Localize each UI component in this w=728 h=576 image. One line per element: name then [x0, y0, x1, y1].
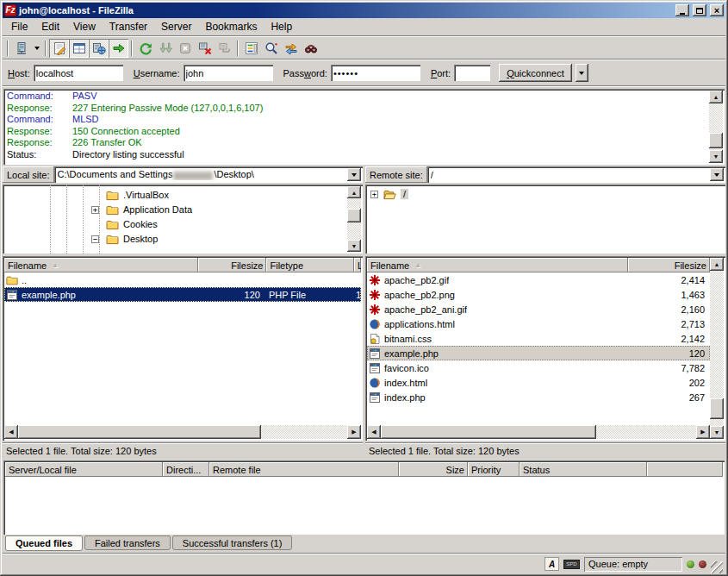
- tree-item-application-data[interactable]: + Application Data: [3, 203, 347, 218]
- sync-browsing-icon: [284, 41, 298, 55]
- chevron-down-icon: [714, 173, 719, 179]
- password-input[interactable]: [331, 65, 420, 81]
- remote-site-dropdown-button[interactable]: [710, 168, 724, 181]
- chevron-down-icon: [352, 173, 357, 179]
- process-queue-button[interactable]: [155, 39, 175, 58]
- toggle-transfer-queue-button[interactable]: [109, 39, 128, 58]
- statusbar: A SPD Queue: empty: [3, 553, 725, 573]
- column-header-filename[interactable]: Filename▲: [4, 258, 198, 272]
- tab-successful-transfers[interactable]: Successful transfers (1): [172, 535, 293, 550]
- log-scrollbar[interactable]: ▲ ▼: [709, 91, 723, 163]
- menu-bookmarks[interactable]: Bookmarks: [198, 19, 264, 34]
- reconnect-button[interactable]: [215, 39, 234, 58]
- speed-limits-icon[interactable]: SPD: [563, 560, 580, 569]
- scroll-down-button[interactable]: ▼: [347, 240, 361, 252]
- menu-edit[interactable]: Edit: [34, 19, 66, 34]
- directory-listing-filters-button[interactable]: [241, 39, 261, 58]
- scroll-thumb[interactable]: [18, 425, 261, 439]
- site-manager-button[interactable]: [11, 39, 31, 58]
- minimize-button[interactable]: [675, 4, 689, 16]
- tab-queued-files[interactable]: Queued files: [5, 535, 83, 551]
- tree-item-desktop[interactable]: − Desktop: [3, 233, 347, 247]
- maximize-button[interactable]: [693, 4, 706, 16]
- column-header-filename[interactable]: Filename▲: [367, 258, 628, 272]
- scroll-right-button[interactable]: ▶: [347, 425, 361, 439]
- table-row-parent-dir[interactable]: ..: [4, 272, 361, 287]
- toggle-local-tree-button[interactable]: [69, 39, 89, 58]
- toggle-remote-tree-button[interactable]: [89, 39, 109, 58]
- close-button[interactable]: ×: [710, 4, 724, 16]
- remote-list-vscrollbar[interactable]: ▲ ▼: [710, 258, 724, 439]
- menu-file[interactable]: File: [4, 19, 34, 34]
- scroll-up-button[interactable]: ▲: [709, 91, 723, 103]
- scroll-up-button[interactable]: ▲: [710, 258, 724, 271]
- tree-expand-toggle[interactable]: +: [91, 206, 99, 214]
- scroll-left-button[interactable]: ◀: [367, 425, 381, 439]
- queue-header: Server/Local file Directi... Remote file…: [5, 462, 723, 477]
- table-row[interactable]: index.php 267: [367, 390, 710, 404]
- scroll-thumb[interactable]: [381, 425, 596, 439]
- local-site-combobox[interactable]: C:\Documents and Settings\Desktop\: [54, 166, 363, 183]
- column-header-status[interactable]: Status: [520, 462, 647, 477]
- username-input[interactable]: [184, 65, 273, 81]
- menu-transfer[interactable]: Transfer: [103, 19, 154, 34]
- scroll-thumb[interactable]: [710, 398, 724, 419]
- menu-help[interactable]: Help: [264, 19, 299, 34]
- table-row-example-php[interactable]: example.php 120 PHP File 1: [4, 287, 361, 302]
- column-header-remote-file[interactable]: Remote file: [209, 462, 399, 477]
- host-input[interactable]: [34, 65, 123, 81]
- toggle-message-log-button[interactable]: [49, 39, 69, 58]
- local-selection-status: Selected 1 file. Total size: 120 bytes: [3, 442, 363, 458]
- table-row[interactable]: applications.html 2,713: [367, 316, 710, 331]
- tree-item-virtualbox[interactable]: .VirtualBox: [3, 189, 347, 203]
- scroll-down-button[interactable]: ▼: [710, 426, 724, 439]
- tree-item-root[interactable]: + /: [365, 188, 710, 203]
- find-files-button[interactable]: [301, 39, 320, 58]
- scroll-left-button[interactable]: ◀: [4, 425, 18, 439]
- data-type-ascii-icon[interactable]: A: [544, 557, 559, 571]
- column-header-priority[interactable]: Priority: [468, 462, 520, 477]
- table-row-example-php[interactable]: example.php 120: [367, 346, 710, 360]
- column-header-filetype[interactable]: Filetype: [266, 258, 354, 272]
- tab-failed-transfers[interactable]: Failed transfers: [84, 535, 171, 550]
- quickconnect-button[interactable]: Quickconnect: [499, 64, 572, 82]
- cancel-operation-button[interactable]: [175, 39, 195, 58]
- menu-view[interactable]: View: [66, 19, 103, 34]
- scroll-thumb[interactable]: [347, 209, 361, 222]
- column-header-filesize[interactable]: Filesize: [628, 258, 710, 272]
- table-row[interactable]: bitnami.css 2,142: [367, 331, 710, 346]
- quickconnect-dropdown-button[interactable]: [576, 64, 588, 82]
- site-manager-dropdown-button[interactable]: [31, 39, 42, 58]
- column-header-server-local-file[interactable]: Server/Local file: [5, 462, 163, 477]
- scroll-thumb[interactable]: [709, 133, 723, 148]
- tree-item-cookies[interactable]: Cookies: [3, 218, 347, 233]
- directory-comparison-button[interactable]: [261, 39, 281, 58]
- local-list-hscrollbar[interactable]: ◀ ▶: [4, 425, 361, 439]
- table-row[interactable]: favicon.ico 7,782: [367, 360, 710, 375]
- scroll-right-button[interactable]: ▶: [696, 425, 710, 439]
- table-row[interactable]: apache_pb2.gif 2,414: [367, 272, 710, 287]
- table-row[interactable]: index.html 202: [367, 375, 710, 390]
- scroll-up-button[interactable]: ▲: [347, 186, 361, 198]
- tree-collapse-toggle[interactable]: −: [91, 235, 99, 243]
- port-input[interactable]: [454, 65, 490, 81]
- local-site-dropdown-button[interactable]: [347, 168, 361, 181]
- column-header-direction[interactable]: Directi...: [163, 462, 209, 477]
- log-line: Command:MLSD: [7, 114, 707, 126]
- resize-grip[interactable]: [711, 561, 723, 573]
- remote-list-hscrollbar[interactable]: ◀ ▶: [367, 425, 710, 439]
- scroll-down-button[interactable]: ▼: [709, 150, 723, 163]
- local-tree-scrollbar[interactable]: ▲ ▼: [347, 186, 361, 252]
- remote-site-combobox[interactable]: /: [427, 166, 725, 183]
- tree-expand-toggle[interactable]: +: [370, 191, 378, 198]
- disconnect-button[interactable]: [195, 39, 215, 58]
- menu-server[interactable]: Server: [154, 19, 198, 34]
- column-header-lastmodified[interactable]: L: [354, 258, 361, 272]
- remote-list-rows: apache_pb2.gif 2,414 apache_pb2.png 1,46…: [367, 272, 710, 425]
- table-row[interactable]: apache_pb2_ani.gif 2,160: [367, 302, 710, 316]
- column-header-filesize[interactable]: Filesize: [198, 258, 267, 272]
- column-header-size[interactable]: Size: [399, 462, 468, 477]
- refresh-button[interactable]: [135, 39, 155, 58]
- table-row[interactable]: apache_pb2.png 1,463: [367, 287, 710, 302]
- synchronized-browsing-button[interactable]: [281, 39, 301, 58]
